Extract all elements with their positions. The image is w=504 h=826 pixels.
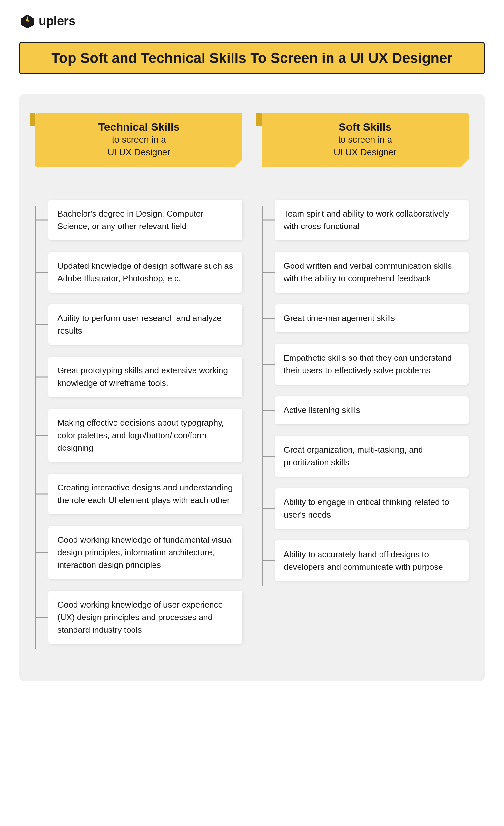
technical-skill-7: Good working knowledge of fundamental vi… bbox=[48, 526, 243, 579]
list-item: Active listening skills bbox=[275, 396, 469, 424]
soft-skill-4: Empathetic skills so that they can under… bbox=[275, 344, 469, 385]
technical-header: Technical Skills to screen in a UI UX De… bbox=[36, 113, 243, 168]
list-item: Updated knowledge of design software suc… bbox=[48, 252, 243, 293]
list-item: Ability to perform user research and ana… bbox=[48, 304, 243, 345]
list-item: Making effective decisions about typogra… bbox=[48, 409, 243, 462]
technical-skill-8: Good working knowledge of user experienc… bbox=[48, 591, 243, 644]
list-item: Good working knowledge of user experienc… bbox=[48, 591, 243, 644]
technical-skill-5: Making effective decisions about typogra… bbox=[48, 409, 243, 462]
technical-skill-4: Great prototyping skills and extensive w… bbox=[48, 357, 243, 397]
soft-header-sub: to screen in a UI UX Designer bbox=[271, 133, 459, 159]
technical-header-sub: to screen in a UI UX Designer bbox=[45, 133, 233, 159]
columns: Technical Skills to screen in a UI UX De… bbox=[36, 113, 468, 656]
soft-skill-8: Ability to accurately hand off designs t… bbox=[275, 540, 469, 581]
soft-skill-2: Good written and verbal communication sk… bbox=[275, 252, 469, 293]
list-item: Ability to engage in critical thinking r… bbox=[275, 488, 469, 529]
soft-header-title: Soft Skills bbox=[271, 121, 459, 133]
soft-skill-1: Team spirit and ability to work collabor… bbox=[275, 200, 469, 240]
soft-skill-7: Ability to engage in critical thinking r… bbox=[275, 488, 469, 529]
soft-skill-6: Great organization, multi-tasking, and p… bbox=[275, 436, 469, 477]
soft-fold-tab bbox=[256, 113, 262, 126]
technical-fold-tab bbox=[30, 113, 36, 126]
logo-area: uplers bbox=[19, 13, 485, 29]
technical-column: Technical Skills to screen in a UI UX De… bbox=[36, 113, 243, 656]
list-item: Empathetic skills so that they can under… bbox=[275, 344, 469, 385]
list-item: Ability to accurately hand off designs t… bbox=[275, 540, 469, 581]
list-item: Great organization, multi-tasking, and p… bbox=[275, 436, 469, 477]
technical-header-wrapper: Technical Skills to screen in a UI UX De… bbox=[36, 113, 243, 184]
soft-header-wrapper: Soft Skills to screen in a UI UX Designe… bbox=[262, 113, 469, 184]
main-content: Technical Skills to screen in a UI UX De… bbox=[19, 94, 485, 682]
list-item: Good written and verbal communication sk… bbox=[275, 252, 469, 293]
soft-skill-3: Great time-management skills bbox=[275, 304, 469, 332]
page-wrapper: uplers Top Soft and Technical Skills To … bbox=[0, 0, 504, 707]
soft-header: Soft Skills to screen in a UI UX Designe… bbox=[262, 113, 469, 168]
technical-skill-6: Creating interactive designs and underst… bbox=[48, 474, 243, 514]
list-item: Good working knowledge of fundamental vi… bbox=[48, 526, 243, 579]
technical-skill-1: Bachelor's degree in Design, Computer Sc… bbox=[48, 200, 243, 240]
technical-skill-3: Ability to perform user research and ana… bbox=[48, 304, 243, 345]
title-banner: Top Soft and Technical Skills To Screen … bbox=[19, 42, 485, 74]
technical-skill-2: Updated knowledge of design software suc… bbox=[48, 252, 243, 293]
technical-header-title: Technical Skills bbox=[45, 121, 233, 133]
soft-column: Soft Skills to screen in a UI UX Designe… bbox=[262, 113, 469, 656]
soft-skill-5: Active listening skills bbox=[275, 396, 469, 424]
list-item: Creating interactive designs and underst… bbox=[48, 474, 243, 514]
list-item: Great prototyping skills and extensive w… bbox=[48, 357, 243, 397]
list-item: Team spirit and ability to work collabor… bbox=[275, 200, 469, 240]
list-item: Bachelor's degree in Design, Computer Sc… bbox=[48, 200, 243, 240]
list-item: Great time-management skills bbox=[275, 304, 469, 332]
technical-tree: Bachelor's degree in Design, Computer Sc… bbox=[36, 200, 243, 656]
uplers-logo-icon bbox=[19, 13, 36, 29]
soft-tree: Team spirit and ability to work collabor… bbox=[262, 200, 469, 593]
logo-text: uplers bbox=[39, 14, 75, 28]
main-title: Top Soft and Technical Skills To Screen … bbox=[33, 50, 471, 66]
